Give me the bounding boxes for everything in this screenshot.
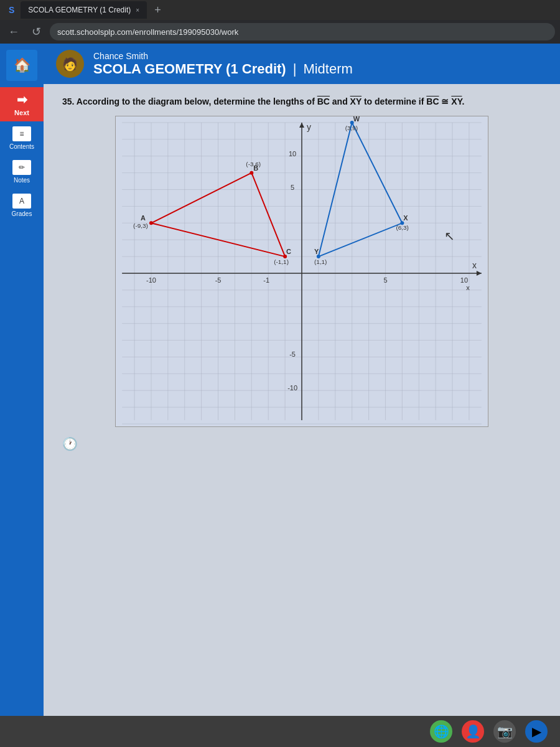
taskbar-camera-icon[interactable]: 📷: [493, 720, 516, 743]
label-C: C: [286, 248, 291, 255]
header-divider: |: [293, 61, 297, 77]
content-area: 🧑 Chance Smith SCOLA GEOMETRY (1 Credit)…: [44, 44, 560, 716]
user-icon: 👤: [465, 724, 481, 739]
sidebar-item-next[interactable]: ➡ Next: [0, 87, 44, 121]
sidebar-item-notes[interactable]: ✏ Notes: [0, 155, 44, 189]
user-name: Chance Smith: [93, 51, 353, 61]
address-bar[interactable]: [50, 23, 555, 40]
graph-svg: x y -1 -5 -10 5 10 x 10 5 -5 -10: [116, 116, 488, 426]
tick-label-yn5: -5: [289, 350, 296, 358]
coord-B: (-3,6): [246, 161, 261, 167]
browser-chrome: S SCOLA GEOMETRY (1 Credit) × + ← ↺: [0, 0, 560, 44]
browser-logo: S: [5, 5, 18, 15]
active-tab[interactable]: SCOLA GEOMETRY (1 Credit) ×: [21, 1, 147, 19]
cursor-icon: ↖: [444, 229, 455, 243]
course-title: SCOLA GEOMETRY (1 Credit): [93, 61, 286, 77]
sidebar-item-grades[interactable]: A Grades: [0, 189, 44, 222]
section-label: Midterm: [303, 61, 352, 77]
question-body: According to the diagram below, determin…: [77, 96, 464, 106]
tab-title: SCOLA GEOMETRY (1 Credit): [28, 6, 131, 14]
back-button[interactable]: ←: [5, 23, 22, 40]
tick-label-x: x: [466, 284, 470, 291]
coord-A: (-9,3): [133, 222, 148, 229]
tick-label-neg1: -1: [263, 276, 269, 284]
tick-label-y5: 5: [291, 184, 294, 191]
label-Y: Y: [314, 248, 319, 255]
coord-Y: (1,1): [314, 258, 327, 265]
home-icon: 🏠: [14, 57, 30, 73]
tick-label-y8: 10: [289, 150, 296, 157]
tick-label-neg5: -5: [215, 276, 222, 284]
y-axis-label: y: [307, 122, 311, 132]
reload-button[interactable]: ↺: [27, 23, 45, 40]
notes-icon: ✏: [12, 160, 31, 175]
avatar: 🧑: [56, 50, 84, 78]
play-icon: ▶: [532, 724, 541, 739]
nav-bar: ← ↺: [0, 20, 560, 44]
question-number: 35.: [62, 96, 74, 106]
tick-label-yn8: -10: [287, 384, 297, 392]
contents-icon: ≡: [12, 126, 31, 141]
x-axis-label: x: [472, 260, 477, 270]
header-text: Chance Smith SCOLA GEOMETRY (1 Credit) |…: [93, 51, 353, 77]
sidebar-item-contents[interactable]: ≡ Contents: [0, 121, 44, 155]
timer-icon: 🕐: [62, 437, 78, 451]
tick-label-10: 10: [460, 276, 468, 284]
question-area: 35. According to the diagram below, dete…: [44, 84, 560, 716]
sidebar: 🏠 ➡ Next ≡ Contents ✏ Notes A: [0, 44, 44, 716]
next-arrow-icon: ➡: [17, 92, 27, 107]
taskbar-play-icon[interactable]: ▶: [525, 720, 548, 743]
next-label: Next: [14, 109, 29, 116]
sidebar-home-button[interactable]: 🏠: [6, 50, 37, 81]
globe-icon: 🌐: [434, 724, 449, 739]
coord-C: (-1,1): [274, 258, 289, 265]
camera-icon: 📷: [497, 724, 513, 739]
grades-icon: A: [12, 194, 31, 209]
new-tab-button[interactable]: +: [149, 4, 166, 17]
tick-label-5: 5: [383, 276, 387, 284]
taskbar-globe-icon[interactable]: 🌐: [430, 720, 452, 743]
taskbar: 🌐 👤 📷 ▶: [0, 716, 560, 747]
label-X: X: [403, 214, 408, 222]
coord-X: (6,3): [396, 224, 408, 231]
label-A: A: [141, 214, 146, 222]
page-header: 🧑 Chance Smith SCOLA GEOMETRY (1 Credit)…: [44, 44, 560, 84]
tab-close-button[interactable]: ×: [136, 7, 139, 14]
timer-area: 🕐: [62, 436, 541, 451]
main-content: 🏠 ➡ Next ≡ Contents ✏ Notes A: [0, 44, 560, 716]
notes-label: Notes: [14, 177, 30, 184]
coordinate-graph: x y -1 -5 -10 5 10 x 10 5 -5 -10: [115, 116, 488, 427]
taskbar-user-icon[interactable]: 👤: [462, 720, 484, 743]
contents-label: Contents: [9, 143, 34, 150]
coord-W: (3,9): [345, 125, 358, 131]
grades-label: Grades: [12, 210, 32, 217]
tab-bar: S SCOLA GEOMETRY (1 Credit) × +: [0, 0, 560, 20]
point-A: [149, 221, 153, 225]
question-text: 35. According to the diagram below, dete…: [62, 96, 541, 106]
tick-label-neg9: -10: [146, 276, 156, 284]
label-W: W: [353, 116, 360, 123]
